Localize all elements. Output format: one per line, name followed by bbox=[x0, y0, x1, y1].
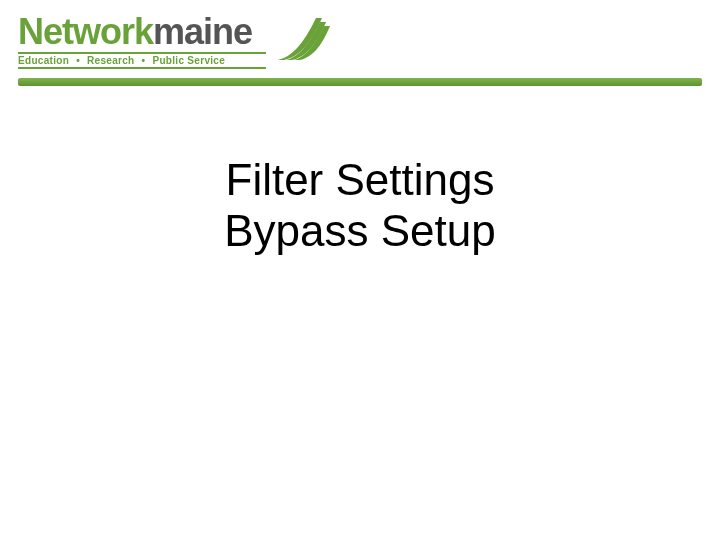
title-line-2: Bypass Setup bbox=[0, 206, 720, 257]
brand-part-maine: maine bbox=[153, 14, 252, 50]
tagline-rule-bottom bbox=[18, 67, 266, 69]
header-divider bbox=[18, 78, 702, 86]
tagline-education: Education bbox=[18, 55, 69, 66]
brand-part-network: Network bbox=[18, 14, 153, 50]
logo: Networkmaine Education • Research • Publ… bbox=[18, 14, 702, 69]
tagline-separator: • bbox=[142, 55, 146, 66]
tagline-public-service: Public Service bbox=[152, 55, 225, 66]
tagline-separator: • bbox=[76, 55, 80, 66]
tagline-text: Education • Research • Public Service bbox=[18, 54, 266, 67]
brand-name: Networkmaine bbox=[18, 14, 266, 50]
leaf-stripes-icon bbox=[272, 12, 332, 66]
tagline: Education • Research • Public Service bbox=[18, 52, 266, 69]
title-line-1: Filter Settings bbox=[0, 155, 720, 206]
tagline-research: Research bbox=[87, 55, 134, 66]
logo-text: Networkmaine Education • Research • Publ… bbox=[18, 14, 266, 69]
title-block: Filter Settings Bypass Setup bbox=[0, 155, 720, 256]
slide: Networkmaine Education • Research • Publ… bbox=[0, 0, 720, 540]
header: Networkmaine Education • Research • Publ… bbox=[18, 14, 702, 88]
